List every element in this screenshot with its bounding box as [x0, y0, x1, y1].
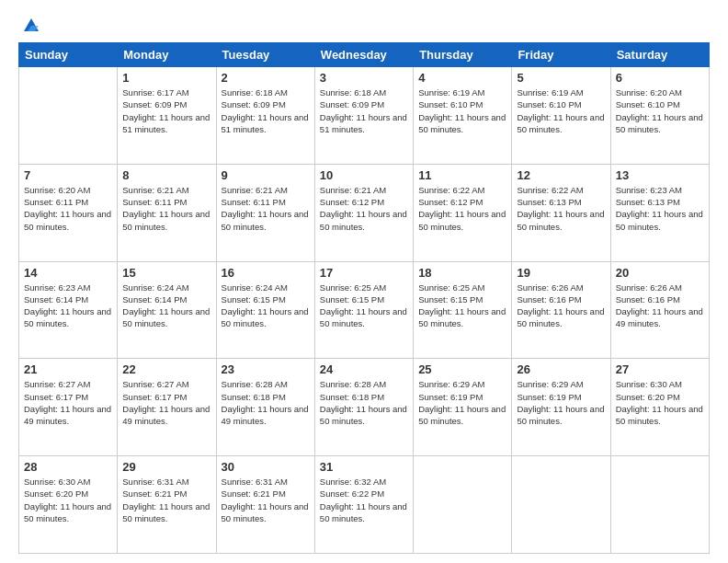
day-info: Sunrise: 6:19 AMSunset: 6:10 PMDaylight:…	[517, 86, 605, 135]
day-number: 3	[320, 71, 408, 85]
weekday-header-thursday: Thursday	[414, 43, 512, 67]
calendar-cell: 28Sunrise: 6:30 AMSunset: 6:20 PMDayligh…	[19, 456, 118, 554]
calendar-cell: 12Sunrise: 6:22 AMSunset: 6:13 PMDayligh…	[512, 164, 610, 261]
day-number: 10	[320, 168, 408, 182]
calendar-cell: 1Sunrise: 6:17 AMSunset: 6:09 PMDaylight…	[118, 67, 216, 165]
calendar-cell: 15Sunrise: 6:24 AMSunset: 6:14 PMDayligh…	[118, 261, 216, 359]
calendar-week-row: 28Sunrise: 6:30 AMSunset: 6:20 PMDayligh…	[19, 456, 710, 554]
day-number: 14	[24, 266, 112, 280]
day-info: Sunrise: 6:31 AMSunset: 6:21 PMDaylight:…	[222, 476, 310, 524]
calendar-cell: 26Sunrise: 6:29 AMSunset: 6:19 PMDayligh…	[512, 359, 610, 456]
day-number: 29	[122, 460, 210, 474]
weekday-header-saturday: Saturday	[610, 43, 709, 67]
day-info: Sunrise: 6:18 AMSunset: 6:09 PMDaylight:…	[222, 86, 310, 135]
calendar-cell: 23Sunrise: 6:28 AMSunset: 6:18 PMDayligh…	[216, 359, 314, 456]
day-number: 21	[24, 362, 112, 376]
calendar-cell: 25Sunrise: 6:29 AMSunset: 6:19 PMDayligh…	[414, 359, 512, 456]
day-number: 13	[616, 168, 704, 182]
page: SundayMondayTuesdayWednesdayThursdayFrid…	[0, 0, 728, 563]
day-number: 22	[122, 362, 210, 376]
day-number: 25	[418, 362, 506, 376]
day-number: 4	[418, 71, 506, 85]
day-number: 1	[122, 71, 210, 85]
day-info: Sunrise: 6:18 AMSunset: 6:09 PMDaylight:…	[320, 86, 408, 135]
day-info: Sunrise: 6:27 AMSunset: 6:17 PMDaylight:…	[24, 378, 112, 427]
day-info: Sunrise: 6:19 AMSunset: 6:10 PMDaylight:…	[418, 86, 506, 135]
day-info: Sunrise: 6:22 AMSunset: 6:12 PMDaylight:…	[418, 184, 506, 233]
weekday-header-row: SundayMondayTuesdayWednesdayThursdayFrid…	[19, 43, 710, 67]
calendar-cell: 29Sunrise: 6:31 AMSunset: 6:21 PMDayligh…	[118, 456, 216, 554]
day-info: Sunrise: 6:30 AMSunset: 6:20 PMDaylight:…	[616, 378, 704, 427]
calendar-cell	[414, 456, 512, 554]
calendar-cell: 11Sunrise: 6:22 AMSunset: 6:12 PMDayligh…	[414, 164, 512, 261]
day-info: Sunrise: 6:24 AMSunset: 6:15 PMDaylight:…	[222, 282, 310, 330]
calendar-cell	[610, 456, 709, 554]
day-info: Sunrise: 6:23 AMSunset: 6:13 PMDaylight:…	[616, 184, 704, 233]
day-info: Sunrise: 6:27 AMSunset: 6:17 PMDaylight:…	[122, 378, 210, 427]
calendar-cell: 27Sunrise: 6:30 AMSunset: 6:20 PMDayligh…	[610, 359, 709, 456]
calendar-cell: 24Sunrise: 6:28 AMSunset: 6:18 PMDayligh…	[314, 359, 413, 456]
calendar-cell: 6Sunrise: 6:20 AMSunset: 6:10 PMDaylight…	[610, 67, 709, 165]
calendar-cell: 30Sunrise: 6:31 AMSunset: 6:21 PMDayligh…	[216, 456, 314, 554]
day-number: 16	[222, 266, 310, 280]
day-info: Sunrise: 6:21 AMSunset: 6:12 PMDaylight:…	[320, 184, 408, 233]
calendar-table: SundayMondayTuesdayWednesdayThursdayFrid…	[18, 42, 710, 554]
calendar-cell	[512, 456, 610, 554]
day-info: Sunrise: 6:32 AMSunset: 6:22 PMDaylight:…	[320, 476, 408, 524]
calendar-week-row: 7Sunrise: 6:20 AMSunset: 6:11 PMDaylight…	[19, 164, 710, 261]
calendar-cell: 14Sunrise: 6:23 AMSunset: 6:14 PMDayligh…	[19, 261, 118, 359]
day-info: Sunrise: 6:21 AMSunset: 6:11 PMDaylight:…	[222, 184, 310, 233]
calendar-cell: 20Sunrise: 6:26 AMSunset: 6:16 PMDayligh…	[610, 261, 709, 359]
calendar-cell: 4Sunrise: 6:19 AMSunset: 6:10 PMDaylight…	[414, 67, 512, 165]
day-number: 5	[517, 71, 605, 85]
calendar-cell: 3Sunrise: 6:18 AMSunset: 6:09 PMDaylight…	[314, 67, 413, 165]
day-number: 17	[320, 266, 408, 280]
day-number: 2	[222, 71, 310, 85]
calendar-cell: 8Sunrise: 6:21 AMSunset: 6:11 PMDaylight…	[118, 164, 216, 261]
day-number: 15	[122, 266, 210, 280]
day-info: Sunrise: 6:20 AMSunset: 6:11 PMDaylight:…	[24, 184, 112, 233]
calendar-cell: 5Sunrise: 6:19 AMSunset: 6:10 PMDaylight…	[512, 67, 610, 165]
calendar-cell: 10Sunrise: 6:21 AMSunset: 6:12 PMDayligh…	[314, 164, 413, 261]
day-number: 24	[320, 362, 408, 376]
day-number: 12	[517, 168, 605, 182]
calendar-cell: 16Sunrise: 6:24 AMSunset: 6:15 PMDayligh…	[216, 261, 314, 359]
day-info: Sunrise: 6:31 AMSunset: 6:21 PMDaylight:…	[122, 476, 210, 524]
calendar-cell	[19, 67, 118, 165]
day-number: 19	[517, 266, 605, 280]
day-number: 9	[222, 168, 310, 182]
day-info: Sunrise: 6:23 AMSunset: 6:14 PMDaylight:…	[24, 282, 112, 330]
day-number: 27	[616, 362, 704, 376]
calendar-cell: 31Sunrise: 6:32 AMSunset: 6:22 PMDayligh…	[314, 456, 413, 554]
weekday-header-monday: Monday	[118, 43, 216, 67]
day-info: Sunrise: 6:28 AMSunset: 6:18 PMDaylight:…	[320, 378, 408, 427]
day-number: 18	[418, 266, 506, 280]
day-info: Sunrise: 6:22 AMSunset: 6:13 PMDaylight:…	[517, 184, 605, 233]
day-number: 30	[222, 460, 310, 474]
day-number: 23	[222, 362, 310, 376]
weekday-header-tuesday: Tuesday	[216, 43, 314, 67]
day-number: 31	[320, 460, 408, 474]
calendar-week-row: 21Sunrise: 6:27 AMSunset: 6:17 PMDayligh…	[19, 359, 710, 456]
weekday-header-sunday: Sunday	[19, 43, 118, 67]
calendar-cell: 17Sunrise: 6:25 AMSunset: 6:15 PMDayligh…	[314, 261, 413, 359]
calendar-week-row: 14Sunrise: 6:23 AMSunset: 6:14 PMDayligh…	[19, 261, 710, 359]
day-info: Sunrise: 6:21 AMSunset: 6:11 PMDaylight:…	[122, 184, 210, 233]
day-number: 11	[418, 168, 506, 182]
day-info: Sunrise: 6:24 AMSunset: 6:14 PMDaylight:…	[122, 282, 210, 330]
weekday-header-friday: Friday	[512, 43, 610, 67]
calendar-week-row: 1Sunrise: 6:17 AMSunset: 6:09 PMDaylight…	[19, 67, 710, 165]
calendar-cell: 21Sunrise: 6:27 AMSunset: 6:17 PMDayligh…	[19, 359, 118, 456]
day-info: Sunrise: 6:26 AMSunset: 6:16 PMDaylight:…	[517, 282, 605, 330]
logo	[18, 17, 42, 33]
day-number: 8	[122, 168, 210, 182]
logo-text	[18, 17, 42, 33]
header	[18, 17, 710, 33]
calendar-cell: 22Sunrise: 6:27 AMSunset: 6:17 PMDayligh…	[118, 359, 216, 456]
logo-icon	[22, 17, 40, 33]
day-number: 6	[616, 71, 704, 85]
calendar-cell: 2Sunrise: 6:18 AMSunset: 6:09 PMDaylight…	[216, 67, 314, 165]
day-info: Sunrise: 6:25 AMSunset: 6:15 PMDaylight:…	[418, 282, 506, 330]
day-info: Sunrise: 6:29 AMSunset: 6:19 PMDaylight:…	[418, 378, 506, 427]
day-info: Sunrise: 6:25 AMSunset: 6:15 PMDaylight:…	[320, 282, 408, 330]
